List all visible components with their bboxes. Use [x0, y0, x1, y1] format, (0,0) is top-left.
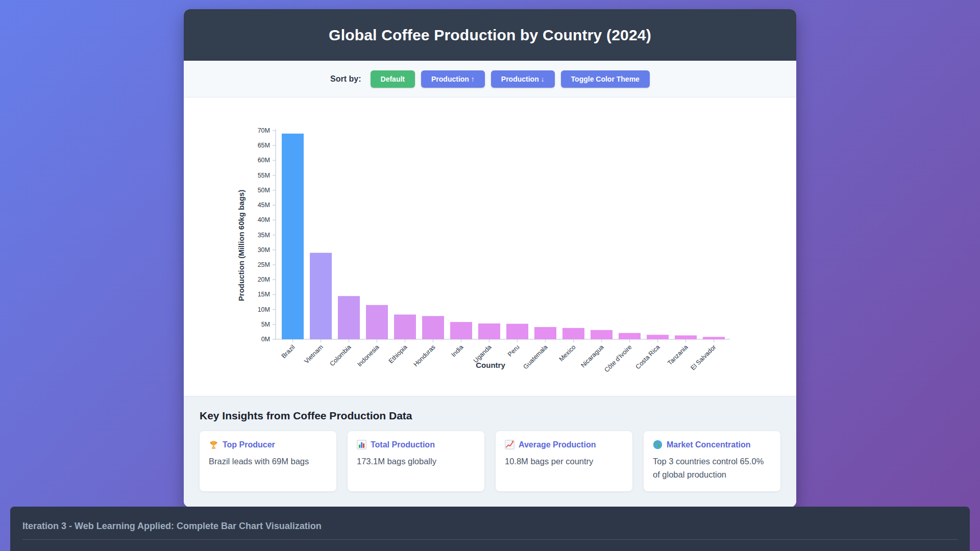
svg-text:25M: 25M — [258, 261, 270, 268]
bar-indonesia[interactable] — [366, 305, 388, 339]
bar-el-salvador[interactable] — [703, 337, 725, 339]
x-tick-label: Honduras — [412, 343, 436, 368]
bar-ethiopia[interactable] — [394, 315, 416, 339]
sort-by-label: Sort by: — [330, 74, 361, 84]
svg-text:40M: 40M — [258, 216, 270, 223]
insight-card-text: Top 3 countries control 65.0% of global … — [653, 455, 771, 481]
footer-divider — [22, 539, 958, 540]
svg-text:60M: 60M — [258, 157, 270, 164]
y-axis-title: Production (Million 60kg bags) — [237, 190, 246, 301]
bar-guatemala[interactable] — [534, 327, 556, 339]
svg-text:65M: 65M — [258, 142, 270, 149]
insight-card-text: 173.1M bags globally — [357, 455, 475, 468]
insight-card-title: Top Producer — [223, 440, 275, 449]
x-tick-label: Indonesia — [356, 343, 380, 368]
insight-card-title: Market Concentration — [667, 440, 750, 449]
app-card: Global Coffee Production by Country (202… — [184, 9, 796, 507]
page-title: Global Coffee Production by Country (202… — [329, 27, 651, 44]
svg-text:30M: 30M — [258, 246, 270, 254]
bar-peru[interactable] — [506, 324, 528, 339]
svg-text:10M: 10M — [258, 306, 270, 313]
sort-toolbar: Sort by: Default Production ↑ Production… — [184, 61, 796, 97]
x-tick-label: Tanzania — [666, 343, 689, 366]
bar-colombia[interactable] — [338, 296, 360, 339]
bar-brazil[interactable] — [282, 134, 304, 339]
x-tick-label: India — [450, 343, 465, 358]
x-tick-label: Côte d'Ivoire — [603, 343, 633, 373]
insights-heading: Key Insights from Coffee Production Data — [200, 410, 780, 422]
insight-card-text: Brazil leads with 69M bags — [209, 455, 327, 468]
line-chart-icon — [505, 440, 514, 449]
sort-ascending-button[interactable]: Production ↑ — [421, 70, 485, 88]
svg-text:5M: 5M — [261, 321, 270, 328]
bar-honduras[interactable] — [422, 316, 444, 339]
insight-card-title: Average Production — [519, 440, 596, 449]
svg-text:55M: 55M — [258, 172, 270, 179]
x-tick-label: Mexico — [558, 343, 577, 363]
header: Global Coffee Production by Country (202… — [184, 9, 796, 61]
bar-uganda[interactable] — [478, 323, 500, 339]
bar-c-te-d-ivoire[interactable] — [619, 333, 641, 339]
insight-card-average-production: Average Production 10.8M bags per countr… — [496, 431, 632, 491]
insight-card-text: 10.8M bags per country — [505, 455, 623, 468]
bar-india[interactable] — [450, 322, 472, 339]
chart-section: 0M5M10M15M20M25M30M35M40M45M50M55M60M65M… — [184, 97, 796, 396]
insights-section: Key Insights from Coffee Production Data… — [184, 396, 796, 507]
bar-costa-rica[interactable] — [647, 335, 669, 339]
svg-text:50M: 50M — [258, 187, 270, 194]
x-tick-label: Nicaragua — [579, 343, 605, 369]
insight-card-total-production: Total Production 173.1M bags globally — [348, 431, 484, 491]
x-tick-label: Vietnam — [303, 343, 324, 365]
x-tick-label: Colombia — [328, 343, 352, 367]
insight-cards-row: Top Producer Brazil leads with 69M bags … — [200, 431, 780, 491]
svg-text:45M: 45M — [258, 202, 270, 209]
svg-text:0M: 0M — [261, 336, 270, 343]
insight-card-title: Total Production — [371, 440, 435, 449]
x-tick-label: Guatemala — [522, 343, 549, 370]
bar-vietnam[interactable] — [310, 253, 332, 339]
x-tick-label: Peru — [506, 343, 521, 358]
x-tick-label: Costa Rica — [634, 343, 661, 370]
x-axis-title: Country — [476, 361, 505, 369]
footer-bar: Iteration 3 - Web Learning Applied: Comp… — [10, 507, 970, 551]
insight-card-market-concentration: Market Concentration Top 3 countries con… — [644, 431, 780, 491]
x-tick-label: El Salvador — [690, 343, 718, 371]
globe-icon — [653, 440, 663, 449]
bar-chart-icon — [357, 440, 366, 449]
svg-text:20M: 20M — [258, 276, 270, 283]
trophy-icon — [209, 440, 218, 449]
sort-descending-button[interactable]: Production ↓ — [491, 70, 555, 88]
bar-nicaragua[interactable] — [591, 330, 612, 339]
sort-default-button[interactable]: Default — [371, 70, 415, 88]
svg-text:35M: 35M — [258, 232, 270, 239]
footer-status-text: Iteration 3 - Web Learning Applied: Comp… — [22, 521, 958, 532]
x-tick-label: Brazil — [280, 343, 297, 360]
production-bar-chart: 0M5M10M15M20M25M30M35M40M45M50M55M60M65M… — [184, 97, 796, 396]
insight-card-top-producer: Top Producer Brazil leads with 69M bags — [200, 431, 336, 491]
x-tick-label: Ethiopia — [387, 343, 409, 365]
bar-tanzania[interactable] — [675, 335, 697, 339]
toggle-color-theme-button[interactable]: Toggle Color Theme — [561, 70, 650, 88]
svg-text:70M: 70M — [258, 127, 270, 134]
svg-text:15M: 15M — [258, 291, 270, 298]
bar-mexico[interactable] — [562, 328, 584, 339]
